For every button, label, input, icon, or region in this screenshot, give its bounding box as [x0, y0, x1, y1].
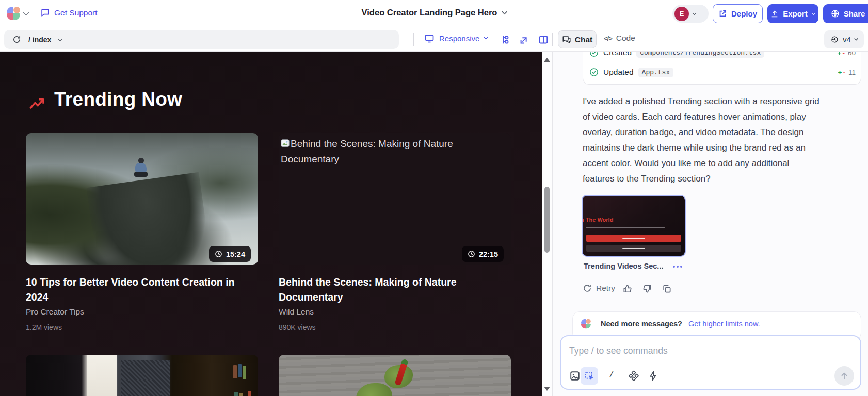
- duration-text: 22:15: [479, 250, 498, 258]
- device-mode-dropdown[interactable]: Responsive: [424, 33, 488, 43]
- tab-chat[interactable]: Chat: [558, 30, 597, 48]
- check-circle-icon: [589, 68, 599, 77]
- attach-image-icon[interactable]: [569, 370, 581, 382]
- upload-icon: [770, 10, 779, 18]
- scroll-down-arrow[interactable]: [544, 387, 550, 391]
- deploy-button[interactable]: Deploy: [713, 4, 763, 23]
- scroll-up-arrow[interactable]: [544, 58, 550, 62]
- video-title[interactable]: Behind the Scenes: Making of NatureDocum…: [279, 275, 510, 305]
- chevron-down-icon: [811, 10, 816, 15]
- tab-code[interactable]: </> Code: [604, 34, 635, 43]
- chat-input[interactable]: [568, 342, 847, 359]
- broken-image-icon: [281, 139, 290, 148]
- split-view-icon[interactable]: [538, 34, 549, 45]
- select-element-icon[interactable]: [581, 367, 598, 385]
- chevron-down-icon: [58, 36, 63, 41]
- code-icon: </>: [604, 35, 612, 42]
- check-circle-icon: [589, 52, 599, 57]
- app-logo-icon: [581, 319, 591, 329]
- clock-icon: [215, 250, 222, 258]
- duration-badge: 15:24: [209, 246, 251, 262]
- chevron-down-icon: [692, 10, 697, 15]
- file-change-row: Created components/TrendingSection.tsx +…: [589, 52, 856, 59]
- export-button[interactable]: Export: [767, 4, 818, 23]
- limits-text: Need more messages?: [601, 320, 682, 328]
- site-preview: Trending Now 15:24 Behind the Scenes: Ma…: [0, 52, 542, 396]
- more-options-icon[interactable]: [673, 266, 682, 268]
- video-card-thumbnail-photo[interactable]: [26, 355, 258, 396]
- share-button[interactable]: Share: [823, 4, 868, 23]
- open-in-new-window-icon[interactable]: [519, 34, 530, 45]
- chat-bubbles-icon: [562, 35, 571, 44]
- attachment-label[interactable]: Trending Videos Sec...: [584, 262, 663, 270]
- retry-icon: [583, 284, 592, 293]
- device-mode-label: Responsive: [439, 34, 479, 43]
- chat-input-box[interactable]: /: [560, 335, 861, 390]
- thumb-secondary-button-bar: [586, 245, 681, 252]
- route-path: / index: [28, 36, 51, 44]
- thumbs-up-icon[interactable]: [622, 284, 633, 294]
- code-tab-label: Code: [616, 34, 635, 43]
- url-bar[interactable]: / index: [4, 30, 399, 49]
- divider: [552, 33, 553, 46]
- video-channel: Pro Creator Tips: [26, 307, 84, 317]
- avatar: E: [674, 7, 689, 21]
- get-support-label: Get Support: [54, 8, 98, 18]
- book-spine: [233, 365, 237, 378]
- book-spine: [248, 391, 251, 396]
- slash-command-icon[interactable]: /: [610, 369, 613, 380]
- thumb-subtitle-line: [586, 227, 665, 228]
- herb-leaves: [356, 383, 392, 396]
- project-title: Video Creator Landing Page Hero: [362, 8, 497, 18]
- thumbs-down-icon[interactable]: [642, 284, 652, 294]
- divider: [413, 33, 414, 46]
- chevron-down-icon: [484, 35, 489, 40]
- thumb-primary-button-bar: [586, 235, 681, 242]
- chat-panel: Created components/TrendingSection.tsx +…: [552, 52, 868, 396]
- higher-limits-link[interactable]: Get higher limits now.: [688, 320, 760, 328]
- app-logo-icon[interactable]: [7, 7, 20, 20]
- lightning-icon[interactable]: [648, 370, 659, 382]
- project-title-dropdown[interactable]: Video Creator Landing Page Hero: [362, 8, 507, 18]
- globe-icon: [831, 9, 840, 18]
- video-title[interactable]: 10 Tips for Better Video Content Creatio…: [26, 275, 257, 305]
- file-change-row: Updated App.tsx +-11: [589, 65, 856, 79]
- get-support-link[interactable]: Get Support: [40, 8, 98, 18]
- components-icon[interactable]: [628, 370, 639, 382]
- clock-icon: [468, 250, 475, 258]
- deploy-label: Deploy: [731, 9, 757, 18]
- photo-rock-shape: [86, 172, 213, 265]
- logo-menu-chevron-icon[interactable]: [23, 9, 29, 16]
- file-chip[interactable]: components/TrendingSection.tsx: [636, 52, 764, 58]
- photographer-figure: [133, 158, 149, 177]
- video-card-thumbnail-broken[interactable]: Behind the Scenes: Making of Nature Docu…: [279, 133, 511, 265]
- monitor-icon: [424, 33, 435, 43]
- video-card-thumbnail-photo[interactable]: [279, 355, 511, 396]
- section-heading: Trending Now: [54, 89, 182, 110]
- preview-toolbar: / index Responsive Chat </> Code v4: [0, 27, 868, 52]
- chevron-down-icon: [502, 9, 507, 14]
- generated-section-thumbnail[interactable]: h The World: [582, 195, 686, 257]
- chat-bubble-icon: [40, 8, 50, 18]
- diff-stats: +-60: [838, 52, 856, 57]
- file-chip[interactable]: App.tsx: [638, 68, 674, 77]
- video-card-thumbnail-photo[interactable]: 15:24: [26, 133, 258, 265]
- retry-button[interactable]: Retry: [583, 284, 615, 293]
- version-history-dropdown[interactable]: v4: [824, 30, 864, 48]
- thumb-hero-title-fragment: h The World: [582, 217, 613, 223]
- duration-badge: 22:15: [462, 246, 504, 262]
- scrollbar-thumb[interactable]: [544, 187, 550, 253]
- external-link-icon: [718, 9, 727, 18]
- refresh-icon[interactable]: [12, 35, 21, 44]
- component-tree-icon[interactable]: [499, 34, 510, 45]
- account-menu[interactable]: E: [672, 5, 709, 23]
- book-spine: [234, 392, 238, 396]
- photo-window-dark: [121, 360, 170, 396]
- book-spine: [239, 393, 243, 396]
- arrow-up-icon: [840, 371, 849, 381]
- send-button[interactable]: [834, 366, 854, 386]
- preview-scrollbar[interactable]: [542, 52, 552, 396]
- copy-icon[interactable]: [662, 284, 672, 294]
- video-views: 1.2M views: [26, 323, 62, 332]
- trending-up-icon: [29, 96, 45, 112]
